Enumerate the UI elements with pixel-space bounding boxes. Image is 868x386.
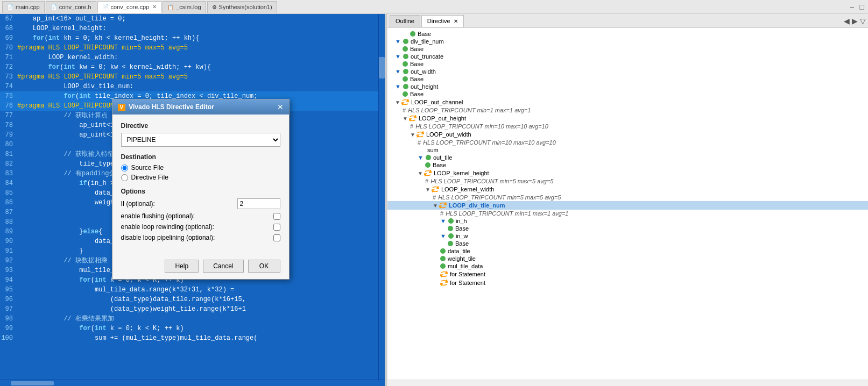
help-button[interactable]: Help [165,260,199,273]
code-vertical-scrollbar[interactable] [378,14,385,380]
code-line[interactable]: 74 LOOP_div_tile_num: [0,82,378,91]
disable-loop-pipelining-checkbox[interactable] [273,234,280,241]
nav-forward-icon[interactable]: ▶ [852,17,858,25]
tree-item[interactable]: ▼LOOP_div_tile_num [387,201,868,210]
tree-item[interactable]: for Statement [387,278,868,287]
tree-item[interactable]: ▼div_tile_num [387,38,868,45]
line-number: 95 [0,285,17,295]
tree-item[interactable]: ▼out_height [387,83,868,90]
tree-item[interactable]: ▼out_truncate [387,53,868,60]
tab-conv-core-h[interactable]: 📄 conv_core.h [46,1,96,13]
tree-item[interactable]: for Statement [387,270,868,278]
tab-outline[interactable]: Outline [390,15,420,27]
code-line[interactable]: 100 sum += (mul_tile_type)mul_tile_data.… [0,333,378,343]
code-line[interactable]: 73#pragma HLS LOOP_TRIPCOUNT min=5 max=5… [0,72,378,82]
ii-input[interactable] [237,198,280,209]
code-line[interactable]: 72 for(int kw = 0; kw < kernel_width; ++… [0,62,378,72]
loop-plain-icon [440,270,448,278]
directive-editor-dialog[interactable]: V Vivado HLS Directive Editor ✕ Directiv… [112,99,290,280]
tree-item[interactable]: ▼out_width [387,68,868,75]
tree-item[interactable]: Base [387,45,868,53]
source-file-option[interactable]: Source File [121,164,280,171]
directive-file-option[interactable]: Directive File [121,174,280,181]
code-line[interactable]: 69 for(int kh = 0; kh < kernel_height; +… [0,33,378,43]
tree-item[interactable]: #HLS LOOP_TRIPCOUNT min=1 max=1 avg=1 [387,210,868,217]
tree-item[interactable]: ▼in_w [387,232,868,240]
outline-menu-icon[interactable]: ▽ [860,17,866,25]
tree-item[interactable]: #HLS LOOP_TRIPCOUNT min=5 max=5 avg=5 [387,177,868,185]
code-line[interactable]: 98 // 相乘结果累加 [0,314,378,324]
tree-item[interactable]: ▼LOOP_kernel_height [387,169,868,177]
enable-flushing-checkbox[interactable] [273,213,280,220]
green-dot-icon [448,241,453,246]
tree-item[interactable]: Base [387,75,868,83]
enable-loop-rewinding-checkbox[interactable] [273,224,280,231]
tree-item[interactable]: Base [387,90,868,98]
tree-item[interactable]: ▼in_h [387,217,868,225]
nav-back-icon[interactable]: ◀ [844,17,850,25]
dialog-close-button[interactable]: ✕ [277,103,284,111]
item-dot-icon [403,39,408,44]
item-dot-icon [403,69,408,74]
item-dot-icon [403,84,408,89]
line-number: 96 [0,295,17,304]
tree-item[interactable]: sum [387,146,868,154]
tab-conv-core-cpp[interactable]: 📄 conv_core.cpp ✕ [97,1,162,13]
tree-item-label: out_tile [433,154,452,161]
tree-item[interactable]: Base [387,30,868,38]
directive-dropdown[interactable]: PIPELINE UNROLL LOOP_TRIPCOUNT ARRAY_PAR… [121,133,280,147]
code-line[interactable]: 67 ap_int<16> out_tile = 0; [0,14,378,24]
tree-item[interactable]: #HLS LOOP_TRIPCOUNT min=5 max=5 avg=5 [387,194,868,201]
tree-item-label: Base [418,31,431,37]
tree-item[interactable]: #HLS LOOP_TRIPCOUNT min=10 max=10 avg=10 [387,123,868,130]
code-line[interactable]: 71 LOOP_kernel_width: [0,53,378,62]
line-number: 71 [0,53,17,62]
outline-scrollbar[interactable] [387,380,868,386]
minimize-icon[interactable]: − [848,3,856,11]
tree-item[interactable]: #HLS LOOP_TRIPCOUNT min=10 max=10 avg=10 [387,139,868,146]
green-dot-icon [448,226,453,231]
tree-item[interactable]: ▼LOOP_out_height [387,114,868,123]
tree-item[interactable]: mul_tile_data [387,262,868,270]
line-code-text: #pragma HLS LOOP_TRIPCOUNT min=5 max=5 a… [17,43,378,53]
tab-controls: − □ [848,3,866,11]
directive-tab-close[interactable]: ✕ [454,18,458,24]
cancel-button[interactable]: Cancel [203,260,243,273]
tree-item[interactable]: Base [387,60,868,68]
tree-item[interactable]: Base [387,225,868,232]
tree-item[interactable]: ▼LOOP_kernel_width [387,185,868,194]
code-horizontal-scrollbar[interactable] [0,380,385,386]
tree-item[interactable]: ▼out_tile [387,154,868,161]
code-line[interactable]: 96 (data_type)data_tile.range(k*16+15, [0,295,378,304]
tab-directive[interactable]: Directive ✕ [421,15,464,27]
tab-synthesis[interactable]: ⚙ Synthesis(solution1) [207,1,277,13]
hash-icon: # [433,194,436,201]
tree-item[interactable]: data_tile [387,247,868,255]
line-code-text: // 相乘结果累加 [17,314,378,324]
tree-item[interactable]: ▼LOOP_out_width [387,130,868,139]
line-number: 90 [0,237,17,246]
loop-selected-expand: ▼ [433,203,438,209]
tree-item[interactable]: ▼LOOP_out_channel [387,98,868,106]
tree-item[interactable]: #HLS LOOP_TRIPCOUNT min=1 max=1 avg=1 [387,106,868,114]
code-line[interactable]: 95 mul_tile_data.range(k*32+31, k*32) = [0,285,378,295]
code-line[interactable]: 99 for(int k = 0; k < K; ++ k) [0,324,378,333]
tab-close-conv-core-cpp[interactable]: ✕ [152,4,157,10]
tree-item-label: HLS LOOP_TRIPCOUNT min=1 max=1 avg=1 [408,107,531,113]
code-line[interactable]: 97 (data_type)weight_tile.range(k*16+1 [0,304,378,314]
tab-csim-log[interactable]: 📋 _csim.log [163,1,206,13]
tree-item[interactable]: Base [387,161,868,169]
tab-main-cpp[interactable]: 📄 main.cpp [2,1,45,13]
tree-item[interactable]: Base [387,240,868,247]
enable-loop-rewinding-label: enable loop rewinding (optional): [121,223,271,231]
directive-file-radio[interactable] [121,174,128,181]
source-file-radio[interactable] [121,165,128,171]
maximize-icon[interactable]: □ [858,3,866,11]
code-line[interactable]: 70#pragma HLS LOOP_TRIPCOUNT min=5 max=5… [0,43,378,53]
hash-icon: # [418,139,421,146]
tree-item-label: weight_tile [448,255,476,262]
tree-item[interactable]: weight_tile [387,255,868,262]
tree-item-label: mul_tile_data [448,263,483,269]
ok-button[interactable]: OK [248,260,280,273]
code-line[interactable]: 68 LOOP_kernel_height: [0,24,378,33]
